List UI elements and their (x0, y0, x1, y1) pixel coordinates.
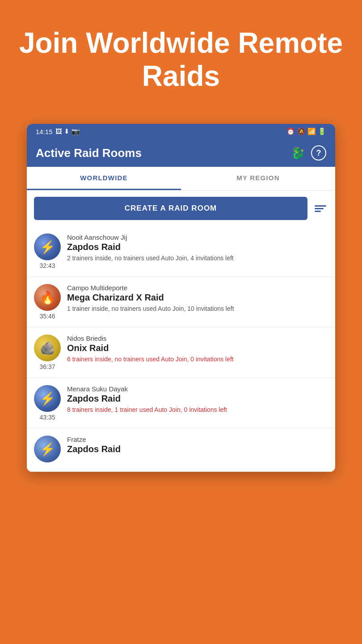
phone-container: 14:15 🖼 ⬇ 📷 ⏰ 🔕 📶 🔋 Active Raid Rooms 🐉 … (27, 124, 335, 472)
raid-info: Menara Suku Dayak Zapdos Raid 8 trainers… (67, 385, 328, 415)
app-bar-title: Active Raid Rooms (36, 146, 142, 160)
filter-button[interactable] (313, 203, 328, 214)
raid-name: Onix Raid (67, 343, 328, 353)
raid-location: Campo Multideporte (67, 284, 328, 292)
status-right: ⏰ 🔕 📶 🔋 (286, 127, 326, 136)
raid-name: Zapdos Raid (67, 444, 328, 454)
create-row: CREATE A RAID ROOM (27, 191, 335, 226)
raid-avatar-col: ⚡ (34, 436, 61, 464)
filter-line-2 (315, 208, 324, 209)
filter-line-3 (315, 211, 321, 212)
raid-details-alert: 8 trainers inside, 1 trainer used Auto J… (67, 406, 328, 415)
raid-location: Nidos Briedis (67, 335, 328, 342)
hero-title: Join Worldwide Remote Raids (18, 27, 344, 93)
raid-timer: 32:43 (39, 262, 55, 269)
app-bar-actions: 🐉 ? (290, 145, 326, 161)
raid-item[interactable]: ⚡ Fratze Zapdos Raid (27, 428, 335, 472)
pokemon-icon[interactable]: 🐉 (290, 146, 305, 160)
tab-my-region[interactable]: MY REGION (181, 167, 335, 190)
raid-location: Nooit Aanschouw Jij (67, 233, 328, 241)
raid-info: Campo Multideporte Mega Charizard X Raid… (67, 284, 328, 314)
raid-timer: 36:37 (39, 363, 55, 370)
app-bar: Active Raid Rooms 🐉 ? (27, 139, 335, 167)
raid-timer: 43:35 (39, 414, 55, 421)
raid-list: ⚡ 32:43 Nooit Aanschouw Jij Zapdos Raid … (27, 226, 335, 472)
raid-name: Mega Charizard X Raid (67, 292, 328, 303)
raid-avatar-col: ⚡ 43:35 (34, 385, 61, 421)
raid-timer: 35:46 (39, 313, 55, 320)
tab-worldwide[interactable]: WORLDWIDE (27, 167, 181, 190)
raid-avatar-col: ⚡ 32:43 (34, 233, 61, 269)
raid-avatar-charizard: 🔥 (34, 284, 61, 311)
raid-details: 2 trainers inside, no trainers used Auto… (67, 254, 328, 263)
raid-location: Menara Suku Dayak (67, 385, 328, 393)
help-button[interactable]: ? (311, 145, 326, 161)
raid-item[interactable]: 🪨 36:37 Nidos Briedis Onix Raid 6 traine… (27, 327, 335, 378)
raid-avatar-col: 🔥 35:46 (34, 284, 61, 320)
status-bar: 14:15 🖼 ⬇ 📷 ⏰ 🔕 📶 🔋 (27, 124, 335, 139)
raid-item[interactable]: ⚡ 43:35 Menara Suku Dayak Zapdos Raid 8 … (27, 378, 335, 428)
raid-name: Zapdos Raid (67, 242, 328, 252)
raid-details-alert: 6 trainers inside, no trainers used Auto… (67, 355, 328, 364)
create-raid-room-button[interactable]: CREATE A RAID ROOM (34, 197, 307, 220)
raid-name: Zapdos Raid (67, 394, 328, 404)
raid-info: Nooit Aanschouw Jij Zapdos Raid 2 traine… (67, 233, 328, 263)
raid-avatar-zapdos3: ⚡ (34, 436, 61, 462)
raid-avatar-onix: 🪨 (34, 335, 61, 361)
raid-avatar-zapdos2: ⚡ (34, 385, 61, 412)
status-left-icons: 🖼 ⬇ 📷 (55, 127, 80, 136)
raid-item[interactable]: ⚡ 32:43 Nooit Aanschouw Jij Zapdos Raid … (27, 226, 335, 277)
filter-line-1 (315, 205, 326, 207)
raid-item[interactable]: 🔥 35:46 Campo Multideporte Mega Charizar… (27, 277, 335, 327)
status-time: 14:15 (36, 128, 53, 136)
status-left: 14:15 🖼 ⬇ 📷 (36, 127, 80, 136)
raid-details: 1 trainer inside, no trainers used Auto … (67, 305, 328, 314)
raid-info: Fratze Zapdos Raid (67, 436, 328, 456)
status-right-icons: ⏰ 🔕 📶 🔋 (286, 127, 326, 136)
tabs: WORLDWIDE MY REGION (27, 167, 335, 191)
raid-info: Nidos Briedis Onix Raid 6 trainers insid… (67, 335, 328, 364)
raid-avatar-col: 🪨 36:37 (34, 335, 61, 370)
raid-location: Fratze (67, 436, 328, 443)
hero-section: Join Worldwide Remote Raids (0, 0, 362, 110)
raid-avatar-zapdos: ⚡ (34, 233, 61, 260)
